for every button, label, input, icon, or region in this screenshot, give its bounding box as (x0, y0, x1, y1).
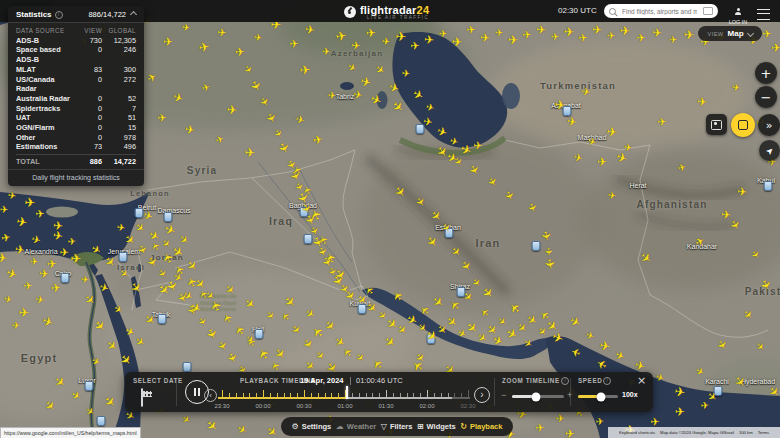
aircraft-icon[interactable]: ✈ (423, 116, 434, 128)
speed-info-icon[interactable]: i (603, 377, 611, 385)
aircraft-icon[interactable]: ✈ (669, 35, 678, 45)
aircraft-icon[interactable]: ✈ (439, 29, 448, 39)
aircraft-icon[interactable]: ✈ (451, 35, 462, 48)
aircraft-icon[interactable]: ✈ (736, 186, 747, 199)
aircraft-icon[interactable]: ✈ (16, 215, 29, 230)
timeline-ruler[interactable]: 23:3000:0000:3001:0001:3002:0002:30 (125, 372, 653, 412)
locate-button[interactable]: ➤ (759, 140, 780, 161)
aircraft-icon[interactable]: ✈ (35, 294, 46, 306)
aircraft-icon[interactable]: ✈ (597, 156, 607, 168)
toolbar-item-widgets[interactable]: ⊞Widgets (417, 422, 456, 431)
aircraft-icon[interactable]: ✈ (312, 133, 324, 147)
aircraft-icon[interactable]: ✈ (7, 190, 17, 201)
aircraft-icon[interactable]: ✈ (157, 112, 167, 124)
aircraft-icon[interactable]: ✈ (623, 142, 633, 153)
aircraft-icon[interactable]: ✈ (396, 30, 407, 43)
aircraft-icon[interactable]: ✈ (522, 29, 532, 41)
airport-icon[interactable] (764, 181, 773, 191)
aircraft-icon[interactable]: ✈ (591, 24, 602, 37)
aircraft-icon[interactable]: ✈ (327, 91, 336, 102)
aircraft-icon[interactable]: ✈ (351, 40, 361, 52)
aircraft-icon[interactable]: ✈ (595, 417, 604, 428)
aircraft-icon[interactable]: ✈ (651, 27, 662, 40)
aircraft-icon[interactable]: ✈ (599, 339, 612, 354)
aircraft-icon[interactable]: ✈ (226, 103, 238, 117)
aircraft-icon[interactable]: ✈ (543, 247, 554, 256)
aircraft-icon[interactable]: ✈ (466, 24, 476, 36)
aircraft-icon[interactable]: ✈ (581, 86, 592, 98)
aircraft-icon[interactable]: ✈ (322, 47, 330, 57)
aircraft-icon[interactable]: ✈ (0, 251, 8, 265)
aircraft-icon[interactable]: ✈ (253, 32, 263, 43)
aircraft-icon[interactable]: ✈ (410, 40, 420, 52)
aircraft-icon[interactable]: ✈ (52, 220, 63, 233)
aircraft-icon[interactable]: ✈ (1, 232, 12, 244)
aircraft-icon[interactable]: ✈ (30, 257, 38, 267)
aircraft-icon[interactable]: ✈ (11, 321, 20, 332)
aircraft-icon[interactable]: ✈ (566, 115, 578, 129)
aircraft-icon[interactable]: ✈ (19, 306, 30, 319)
toolbar-item-settings[interactable]: ⚙Settings (292, 422, 332, 431)
aircraft-icon[interactable]: ✈ (731, 82, 741, 93)
aircraft-icon[interactable]: ✈ (181, 22, 191, 33)
airport-icon[interactable] (85, 381, 94, 391)
aircraft-icon[interactable]: ✈ (47, 258, 57, 270)
aircraft-icon[interactable]: ✈ (683, 28, 694, 41)
aircraft-icon[interactable]: ✈ (607, 31, 616, 41)
view-map-button[interactable]: VIEW Map (698, 26, 762, 41)
speed-slider[interactable] (578, 395, 618, 398)
aircraft-icon[interactable]: ✈ (565, 428, 575, 438)
aircraft-icon[interactable]: ✈ (25, 196, 36, 209)
aircraft-icon[interactable]: ✈ (423, 34, 434, 47)
aircraft-icon[interactable]: ✈ (607, 190, 617, 201)
menu-button[interactable] (757, 6, 770, 24)
zoom-info-icon[interactable]: i (561, 377, 569, 385)
aircraft-icon[interactable]: ✈ (289, 38, 299, 50)
aircraft-icon[interactable]: ✈ (555, 413, 564, 424)
info-icon[interactable]: i (55, 11, 63, 19)
aircraft-icon[interactable]: ✈ (495, 28, 504, 38)
zoom-minus-icon[interactable]: − (501, 390, 506, 400)
aircraft-icon[interactable]: ✈ (551, 32, 560, 42)
aircraft-icon[interactable]: ✈ (535, 24, 546, 37)
aircraft-icon[interactable]: ✈ (401, 69, 410, 80)
close-playback-button[interactable]: × (637, 374, 646, 387)
aircraft-icon[interactable]: ✈ (636, 32, 646, 44)
aircraft-icon[interactable]: ✈ (771, 42, 780, 54)
terms-link[interactable]: Terms (758, 427, 769, 438)
aircraft-icon[interactable]: ✈ (543, 258, 558, 271)
aircraft-icon[interactable]: ✈ (554, 98, 566, 112)
aircraft-icon[interactable]: ✈ (116, 222, 126, 233)
airport-icon[interactable] (97, 416, 106, 426)
aircraft-icon[interactable]: ✈ (365, 27, 376, 40)
zoom-in-button[interactable]: + (755, 62, 777, 84)
aircraft-icon[interactable]: ✈ (67, 237, 76, 248)
daily-stats-link[interactable]: Daily flight tracking statistics (8, 169, 144, 186)
aircraft-icon[interactable]: ✈ (479, 32, 490, 45)
zoom-timeline-slider[interactable] (512, 395, 564, 398)
step-forward-button[interactable]: › (474, 387, 490, 403)
aircraft-icon[interactable]: ✈ (353, 89, 364, 101)
highlighted-control-button[interactable] (731, 113, 755, 137)
aircraft-icon[interactable]: ✈ (299, 63, 311, 77)
aircraft-icon[interactable]: ✈ (184, 123, 196, 137)
aircraft-icon[interactable]: ✈ (335, 29, 348, 44)
toolbar-item-weather[interactable]: ☁Weather (336, 422, 376, 431)
aircraft-icon[interactable]: ✈ (59, 247, 68, 258)
aircraft-icon[interactable]: ✈ (619, 24, 630, 37)
login-button[interactable]: LOG IN (724, 2, 752, 25)
zoom-out-button[interactable]: − (755, 86, 777, 108)
zoom-plus-icon[interactable]: + (567, 390, 572, 400)
aircraft-icon[interactable]: ✈ (245, 146, 256, 159)
toolbar-item-playback[interactable]: ↻Playback (460, 422, 502, 431)
screenshot-button[interactable] (706, 114, 727, 135)
airport-icon[interactable] (158, 314, 167, 324)
aircraft-icon[interactable]: ✈ (563, 25, 574, 38)
brand-logo[interactable]: flightradar24 LIVE AIR TRAFFIC (344, 4, 429, 20)
aircraft-icon[interactable]: ✈ (0, 205, 8, 215)
expand-controls-button[interactable]: » (758, 114, 780, 136)
search-box[interactable] (604, 4, 718, 18)
aircraft-icon[interactable]: ✈ (381, 37, 390, 48)
aircraft-icon[interactable]: ✈ (606, 125, 618, 139)
aircraft-icon[interactable]: ✈ (762, 28, 772, 40)
